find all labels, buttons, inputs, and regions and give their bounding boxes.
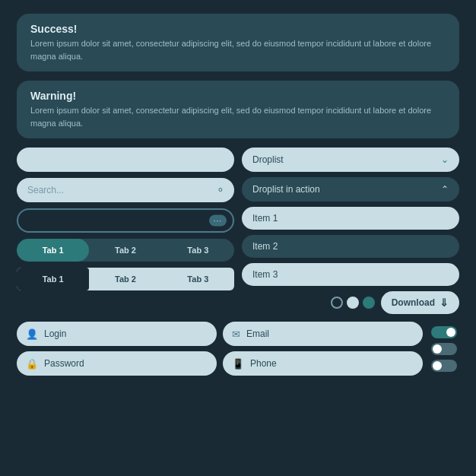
tab1-item-row1[interactable]: Tab 1 — [17, 239, 89, 262]
phone-field-wrapper: 📱 Phone — [223, 351, 423, 376]
droplist-action-button[interactable]: Droplist in action ⌃ — [242, 177, 459, 202]
login-field-wrapper: 👤 Login — [17, 322, 217, 346]
toggle-1-knob — [446, 328, 455, 337]
password-field-wrapper: 🔒 Password — [17, 351, 217, 376]
radio-option-1[interactable] — [331, 297, 343, 309]
toggle-2-knob — [433, 344, 442, 354]
dots-icon: ··· — [209, 215, 227, 227]
email-icon: ✉ — [232, 328, 240, 340]
phone-icon: 📱 — [232, 358, 244, 370]
radio-option-3[interactable] — [363, 297, 375, 309]
warning-title: Warning! — [30, 90, 446, 102]
user-icon: 👤 — [26, 328, 38, 340]
right-column: Droplist ⌄ Droplist in action ⌃ Item 1 I… — [242, 148, 459, 314]
dropdown-item-1[interactable]: Item 1 — [242, 207, 459, 230]
toggle-1[interactable] — [431, 326, 457, 338]
success-title: Success! — [30, 23, 446, 35]
download-label: Download — [392, 297, 435, 308]
download-row: Download ⇓ — [242, 291, 459, 314]
tab3-item-row2[interactable]: Tab 3 — [162, 268, 234, 290]
radio-option-2[interactable] — [347, 297, 359, 309]
tab2-item-row1[interactable]: Tab 2 — [89, 239, 161, 262]
empty-input-wrapper — [17, 148, 234, 172]
search-wrapper: ⚬ — [17, 178, 234, 202]
chevron-down-icon: ⌄ — [441, 154, 449, 165]
dots-input[interactable] — [17, 208, 234, 233]
success-alert: Success! Lorem ipsum dolor sit amet, con… — [17, 14, 459, 71]
dropdown-item-2[interactable]: Item 2 — [242, 235, 459, 258]
warning-text: Lorem ipsum dolor sit amet, consectetur … — [30, 104, 446, 129]
tab3-item-row1[interactable]: Tab 3 — [162, 239, 234, 262]
tab2-item-row2[interactable]: Tab 2 — [89, 268, 161, 290]
success-text: Lorem ipsum dolor sit amet, consectetur … — [30, 37, 446, 62]
warning-alert: Warning! Lorem ipsum dolor sit amet, con… — [17, 81, 459, 138]
toggles-column — [429, 322, 459, 376]
toggle-3[interactable] — [431, 360, 457, 372]
lock-icon: 🔒 — [26, 358, 38, 370]
chevron-up-icon: ⌃ — [441, 184, 449, 195]
tab1-item-row2[interactable]: Tab 1 — [17, 268, 89, 290]
toggle-3-knob — [433, 361, 442, 370]
left-column: ⚬ ··· Tab 1 Tab 2 Tab 3 Tab 1 Tab 2 Tab … — [17, 148, 234, 314]
radio-group — [331, 297, 375, 309]
search-icon: ⚬ — [216, 184, 225, 196]
empty-input[interactable] — [17, 148, 234, 172]
phone-label: Phone — [250, 358, 277, 369]
main-grid: ⚬ ··· Tab 1 Tab 2 Tab 3 Tab 1 Tab 2 Tab … — [17, 148, 459, 314]
search-input[interactable] — [17, 178, 234, 202]
form-fields-right: ✉ Email 📱 Phone — [223, 322, 423, 376]
toggle-2[interactable] — [431, 343, 457, 355]
email-field-wrapper: ✉ Email — [223, 322, 423, 346]
droplist-action-label: Droplist in action — [252, 184, 320, 195]
form-fields-left: 👤 Login 🔒 Password — [17, 322, 217, 376]
tabs-row-1: Tab 1 Tab 2 Tab 3 — [17, 239, 234, 262]
dots-input-wrapper: ··· — [17, 208, 234, 233]
dropdown-item-3[interactable]: Item 3 — [242, 263, 459, 286]
password-label: Password — [44, 358, 84, 369]
email-label: Email — [246, 328, 269, 339]
download-icon: ⇓ — [440, 297, 449, 309]
download-button[interactable]: Download ⇓ — [381, 291, 459, 314]
login-label: Login — [44, 328, 66, 339]
tabs-row-2: Tab 1 Tab 2 Tab 3 — [17, 268, 234, 290]
form-fields-row: 👤 Login 🔒 Password ✉ Email 📱 Phone — [17, 322, 459, 376]
droplist-button[interactable]: Droplist ⌄ — [242, 148, 459, 172]
droplist-label: Droplist — [252, 154, 284, 165]
